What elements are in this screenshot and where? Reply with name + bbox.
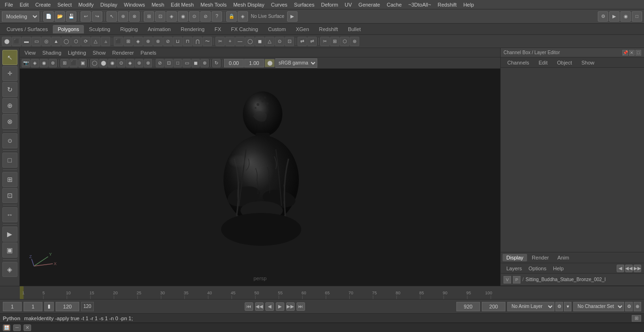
combine-btn[interactable]: ⊗ (153, 37, 163, 46)
poly-prism-btn[interactable]: △ (91, 37, 100, 46)
options-menu[interactable]: Options (526, 265, 549, 272)
select-tool-btn[interactable]: ↖ (107, 11, 117, 22)
next-keyframe-btn[interactable]: ⏭ (297, 302, 305, 311)
vp-refresh-btn[interactable]: ↻ (212, 59, 221, 67)
tab-bullet[interactable]: Bullet (343, 25, 366, 33)
window-icon-btn[interactable]: 🪟 (3, 324, 10, 331)
vp-film-btn[interactable]: ◈ (31, 59, 39, 67)
insert-btn[interactable]: + (225, 37, 235, 46)
snap-curve-btn[interactable]: ⊡ (155, 11, 165, 22)
max-frame-display[interactable] (456, 302, 480, 311)
render-all-btn[interactable]: ▶ (2, 227, 17, 242)
menu-3dtooall[interactable]: ~3DtoAll~ (405, 1, 434, 8)
tab-animation[interactable]: Animation (143, 25, 175, 33)
symmetrize-btn[interactable]: ⇌ (307, 37, 317, 46)
vp-gate-btn[interactable]: □ (173, 59, 182, 67)
vp-shade3-btn[interactable]: ◉ (108, 59, 116, 67)
bool-diff-btn[interactable]: ⊓ (183, 37, 192, 46)
multi-cut-btn[interactable]: ✂ (320, 37, 330, 46)
vp-lighting-menu[interactable]: Lighting (65, 49, 89, 57)
range-end-input[interactable] (482, 302, 505, 311)
show-render-btn[interactable]: □ (632, 11, 642, 22)
tab-polygons[interactable]: Polygons (53, 25, 83, 33)
layer-fwd-btn[interactable]: ▶▶ (634, 265, 641, 272)
uv-editor-btn[interactable]: ◈ (2, 262, 17, 277)
end-frame-input[interactable] (56, 302, 79, 311)
save-btn[interactable]: 💾 (66, 11, 76, 22)
soft-select-btn[interactable]: ⊙ (2, 133, 17, 148)
tab-rendering[interactable]: Rendering (176, 25, 209, 33)
prev-frame-btn[interactable]: ◀ (265, 302, 274, 311)
vp-view-menu[interactable]: View (22, 49, 39, 57)
jump-start-btn[interactable]: ⏮ (245, 302, 253, 311)
menu-deform[interactable]: Deform (318, 1, 341, 8)
render-region-btn[interactable]: ▣ (2, 243, 17, 258)
menu-mesh[interactable]: Mesh (149, 1, 167, 8)
vp-scale-input[interactable] (244, 59, 264, 67)
snap-together-btn[interactable]: ⊞ (2, 172, 17, 187)
render-settings-btn[interactable]: ⚙ (598, 11, 608, 22)
poly-helix-btn[interactable]: ⟳ (81, 37, 91, 46)
merge-btn[interactable]: ⊕ (143, 37, 153, 46)
layer-name-label[interactable]: Sitting_Buddha_Statue_Bronze_002_l (526, 277, 641, 282)
connect-btn[interactable]: — (235, 37, 245, 46)
quad-draw-btn[interactable]: ⊞ (330, 37, 339, 46)
bridge-btn[interactable]: ⊞ (124, 37, 133, 46)
select-tool[interactable]: ↖ (2, 50, 17, 65)
vp-ao-btn[interactable]: ⊛ (135, 59, 143, 67)
anim-layer-select[interactable]: No Anim Layer (507, 302, 554, 311)
snap-view-btn[interactable]: ◉ (178, 11, 188, 22)
vp-pivot-btn[interactable]: ⊕ (200, 59, 209, 67)
vp-film2-btn[interactable]: ◉ (40, 59, 48, 67)
vp-shading-btn[interactable]: ◈ (126, 59, 134, 67)
vp-aa-btn[interactable]: ⊗ (144, 59, 152, 67)
menu-modify[interactable]: Modify (75, 1, 96, 8)
tab-custom[interactable]: Custom (264, 25, 291, 33)
channels-tab[interactable]: Channels (504, 59, 533, 66)
workspace-select[interactable]: Modeling Rigging Animation (2, 11, 39, 22)
new-scene-btn[interactable]: 📄 (43, 11, 54, 22)
menu-windows[interactable]: Windows (121, 1, 148, 8)
panel-expand-btn[interactable]: □ (636, 50, 641, 56)
measure-btn[interactable]: ↔ (2, 207, 17, 222)
vp-show-menu[interactable]: Show (90, 49, 109, 57)
tab-fx[interactable]: FX (210, 25, 226, 33)
menu-display[interactable]: Display (98, 1, 120, 8)
split-btn[interactable]: ✂ (215, 37, 225, 46)
vp-shade1-btn[interactable]: ◯ (90, 59, 99, 67)
extrude-btn[interactable]: ⬛ (114, 37, 123, 46)
current-frame-start[interactable] (3, 302, 22, 311)
object-tab[interactable]: Object (553, 59, 576, 66)
vp-colorspace-select[interactable]: sRGB gamma Linear (275, 58, 317, 68)
highlight-btn[interactable]: ◈ (238, 11, 248, 22)
vp-rotation-input[interactable] (224, 59, 244, 67)
ipr-btn[interactable]: ◉ (620, 11, 631, 22)
menu-generate[interactable]: Generate (355, 1, 383, 8)
vp-renderer-menu[interactable]: Renderer (109, 49, 137, 57)
vp-xray-btn[interactable]: ⊙ (117, 59, 125, 67)
play-btn[interactable]: ▶ (276, 302, 284, 311)
snap-grid-btn[interactable]: ⊞ (144, 11, 154, 22)
align-tool-btn[interactable]: ⊡ (2, 188, 17, 203)
menu-mesh-display[interactable]: Mesh Display (231, 1, 267, 8)
tab-redshift[interactable]: Redshift (314, 25, 343, 33)
tab-xgen[interactable]: XGen (291, 25, 314, 33)
poly-cube-btn[interactable]: ⬛ (12, 37, 21, 46)
menu-file[interactable]: File (2, 1, 16, 8)
menu-select[interactable]: Select (55, 1, 75, 8)
anim-layer-settings-btn[interactable]: ⚙ (555, 302, 563, 311)
rotate-tool[interactable]: ↻ (2, 82, 17, 97)
char-set-settings-btn[interactable]: ⚙ (625, 302, 633, 311)
poly-pipe-btn[interactable]: ⬡ (71, 37, 81, 46)
vp-shading-menu[interactable]: Shading (40, 49, 64, 57)
last-tool[interactable]: ⊗ (2, 114, 17, 129)
display-tab[interactable]: Display (503, 254, 527, 261)
show-tab[interactable]: Show (578, 59, 598, 66)
vp-camera-btn[interactable]: 📷 (22, 59, 30, 67)
menu-help[interactable]: Help (461, 1, 477, 8)
bool-inter-btn[interactable]: ⋂ (193, 37, 202, 46)
menu-edit-mesh[interactable]: Edit Mesh (168, 1, 197, 8)
vp-shade2-btn[interactable]: ⬤ (99, 59, 107, 67)
vp-isolate-btn[interactable]: ⊘ (156, 59, 164, 67)
sculpt-btn[interactable]: ⬡ (340, 37, 349, 46)
